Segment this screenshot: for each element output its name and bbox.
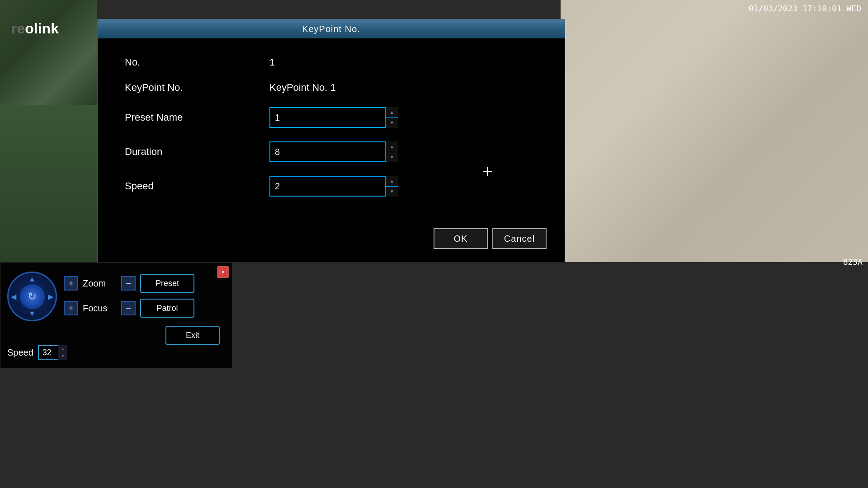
speed-spin: ▲ ▼ xyxy=(385,176,398,197)
form-row-duration: Duration ▲ ▼ xyxy=(125,141,538,162)
form-row-no: No. 1 xyxy=(125,56,538,68)
cancel-button[interactable]: Cancel xyxy=(492,228,547,249)
camera-id-label: 823A xyxy=(843,257,863,267)
speed-spin-up[interactable]: ▲ xyxy=(386,176,398,187)
speed-spin-buttons: ▲ ▼ xyxy=(58,345,67,360)
preset-name-spin: ▲ ▼ xyxy=(385,107,398,128)
timestamp-display: 01/03/2023 17:10:01 WED xyxy=(749,4,861,13)
preset-name-input-wrapper: ▲ ▼ xyxy=(269,107,398,128)
ok-button[interactable]: OK xyxy=(434,228,488,249)
zoom-plus-button[interactable]: + xyxy=(64,276,78,291)
joystick-inner: ↻ xyxy=(20,284,45,309)
ptz-joystick[interactable]: ▲ ▼ ◀ ▶ ↻ xyxy=(7,272,57,321)
joystick-arrow-down: ▼ xyxy=(28,310,36,318)
speed-control-row: Speed ▲ ▼ xyxy=(7,345,67,360)
duration-label: Duration xyxy=(125,146,269,158)
speed-input-wrapper: ▲ ▼ xyxy=(269,176,398,197)
no-value: 1 xyxy=(269,56,275,68)
exit-button-wrapper: Exit xyxy=(165,326,220,345)
keypoint-label: KeyPoint No. xyxy=(125,82,269,94)
dialog-title-bar: KeyPoint No. xyxy=(98,19,565,38)
focus-label: Focus xyxy=(83,303,117,314)
speed-input-wrap: ▲ ▼ xyxy=(38,345,67,360)
focus-row: + Focus − Patrol xyxy=(64,299,194,318)
speed-spin-down[interactable]: ▼ xyxy=(58,352,67,360)
camera-left-feed xyxy=(0,0,97,262)
close-icon: × xyxy=(221,268,225,276)
panel-close-button[interactable]: × xyxy=(217,266,229,278)
keypoint-dialog: KeyPoint No. No. 1 KeyPoint No. KeyPoint… xyxy=(97,19,565,263)
zoom-minus-button[interactable]: − xyxy=(121,276,136,291)
dialog-buttons: OK Cancel xyxy=(434,228,547,249)
joystick-arrow-right: ▶ xyxy=(48,292,53,301)
speed-spin-up[interactable]: ▲ xyxy=(58,345,67,352)
refresh-icon: ↻ xyxy=(28,290,37,303)
joystick-arrow-up: ▲ xyxy=(28,275,36,283)
speed-input[interactable] xyxy=(269,176,398,197)
dialog-title: KeyPoint No. xyxy=(302,24,360,34)
dialog-body: No. 1 KeyPoint No. KeyPoint No. 1 Preset… xyxy=(98,38,565,228)
duration-spin-down[interactable]: ▼ xyxy=(386,152,398,163)
focus-plus-button[interactable]: + xyxy=(64,301,78,315)
speed-control-label: Speed xyxy=(7,347,33,358)
duration-input[interactable] xyxy=(269,141,398,162)
preset-button[interactable]: Preset xyxy=(140,274,194,293)
duration-input-wrapper: ▲ ▼ xyxy=(269,141,398,162)
form-row-preset-name: Preset Name ▲ ▼ xyxy=(125,107,538,128)
keypoint-value: KeyPoint No. 1 xyxy=(269,82,336,94)
preset-name-input[interactable] xyxy=(269,107,398,128)
speed-field-label: Speed xyxy=(125,180,269,192)
exit-button[interactable]: Exit xyxy=(165,326,220,345)
form-row-keypoint: KeyPoint No. KeyPoint No. 1 xyxy=(125,82,538,94)
zoom-row: + Zoom − Preset xyxy=(64,274,194,293)
camera-right-area xyxy=(561,0,868,262)
form-row-speed: Speed ▲ ▼ xyxy=(125,176,538,197)
duration-spin: ▲ ▼ xyxy=(385,141,398,162)
preset-name-label: Preset Name xyxy=(125,112,269,123)
preset-name-spin-up[interactable]: ▲ xyxy=(386,107,398,118)
no-label: No. xyxy=(125,56,269,68)
control-panel: × ▲ ▼ ◀ ▶ ↻ + Zoom − Preset + Focus − Pa… xyxy=(0,262,233,368)
patrol-button[interactable]: Patrol xyxy=(140,299,194,318)
zoom-label: Zoom xyxy=(83,278,117,289)
joystick-outer: ▲ ▼ ◀ ▶ ↻ xyxy=(7,272,57,321)
preset-name-spin-down[interactable]: ▼ xyxy=(386,118,398,128)
speed-spin-down[interactable]: ▼ xyxy=(386,187,398,197)
duration-spin-up[interactable]: ▲ xyxy=(386,141,398,152)
reolink-logo: reolink xyxy=(11,20,59,37)
focus-minus-button[interactable]: − xyxy=(121,301,136,315)
joystick-arrow-left: ◀ xyxy=(11,292,16,301)
